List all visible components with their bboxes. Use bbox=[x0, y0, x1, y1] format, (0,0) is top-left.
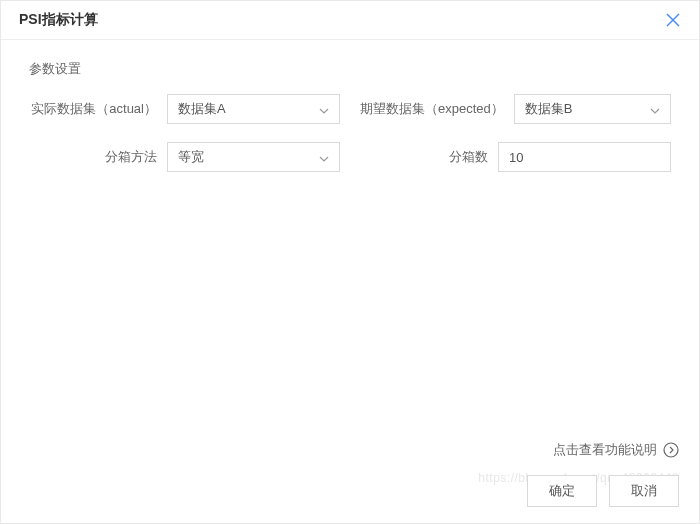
dialog-title: PSI指标计算 bbox=[19, 11, 98, 29]
expected-dataset-value: 数据集B bbox=[525, 100, 573, 118]
expected-dataset-select[interactable]: 数据集B bbox=[514, 94, 671, 124]
help-link-label: 点击查看功能说明 bbox=[553, 441, 657, 459]
help-link[interactable]: 点击查看功能说明 bbox=[21, 441, 679, 459]
section-title: 参数设置 bbox=[29, 60, 671, 78]
svg-point-2 bbox=[664, 443, 678, 457]
bin-method-label: 分箱方法 bbox=[29, 148, 157, 166]
actual-dataset-value: 数据集A bbox=[178, 100, 226, 118]
chevron-down-icon bbox=[319, 152, 329, 162]
actual-dataset-label: 实际数据集（actual） bbox=[29, 100, 157, 118]
bin-count-value: 10 bbox=[509, 150, 523, 165]
chevron-down-icon bbox=[319, 104, 329, 114]
bin-count-label: 分箱数 bbox=[360, 148, 488, 166]
expected-dataset-label: 期望数据集（expected） bbox=[360, 100, 504, 118]
chevron-down-icon bbox=[650, 104, 660, 114]
actual-dataset-select[interactable]: 数据集A bbox=[167, 94, 340, 124]
circle-arrow-right-icon bbox=[663, 442, 679, 458]
confirm-button[interactable]: 确定 bbox=[527, 475, 597, 507]
cancel-button[interactable]: 取消 bbox=[609, 475, 679, 507]
bin-method-value: 等宽 bbox=[178, 148, 204, 166]
close-icon[interactable] bbox=[665, 12, 681, 28]
bin-count-input[interactable]: 10 bbox=[498, 142, 671, 172]
bin-method-select[interactable]: 等宽 bbox=[167, 142, 340, 172]
